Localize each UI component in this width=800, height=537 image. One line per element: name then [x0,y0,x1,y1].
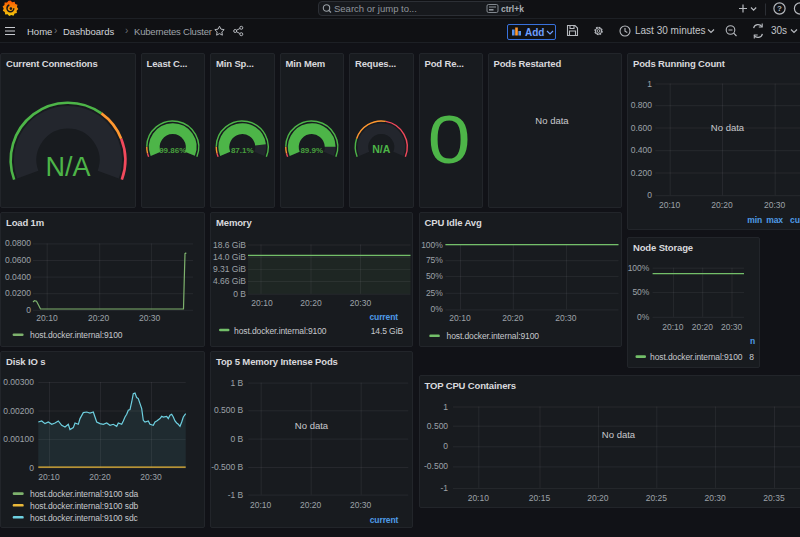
svg-text:20:10: 20:10 [467,493,489,503]
svg-text:0: 0 [647,190,652,200]
svg-text:Add: Add [525,26,544,37]
svg-text:0.00200: 0.00200 [3,405,34,415]
svg-text:0: 0 [443,441,448,451]
svg-text:20:20: 20:20 [587,493,609,503]
svg-text:30s: 30s [771,25,787,36]
svg-text:host.docker.internal:9100 sdc: host.docker.internal:9100 sdc [30,512,139,522]
svg-text:-1 B: -1 B [228,489,244,499]
svg-text:0.600: 0.600 [631,122,653,132]
svg-text:0 B: 0 B [231,433,244,443]
svg-text:0%: 0% [430,304,443,314]
svg-text:20:10: 20:10 [36,313,58,323]
svg-text:0.0200: 0.0200 [5,288,31,298]
svg-text:20:30: 20:30 [764,199,786,209]
svg-text:current: current [370,514,399,524]
svg-text:0.400: 0.400 [631,145,653,155]
svg-text:20:35: 20:35 [763,493,785,503]
svg-text:20:10: 20:10 [449,313,471,323]
svg-text:?: ? [777,4,782,13]
svg-text:20:10: 20:10 [662,322,684,332]
svg-text:20:25: 20:25 [645,493,667,503]
svg-text:0.0800: 0.0800 [5,238,31,248]
svg-text:curre: curre [790,215,800,225]
svg-text:20:20: 20:20 [711,199,733,209]
svg-text:0 B: 0 B [233,289,246,299]
svg-text:14.5 GiB: 14.5 GiB [371,326,404,336]
svg-text:min: min [747,215,762,225]
svg-text:ctrl+k: ctrl+k [501,4,524,14]
svg-text:1: 1 [647,78,652,88]
svg-text:No data: No data [711,121,745,132]
svg-text:0.500 B: 0.500 B [214,405,244,415]
svg-text:20:30: 20:30 [350,298,372,308]
svg-text:-0.500: -0.500 [423,461,447,471]
svg-text:0.00300: 0.00300 [3,377,34,387]
svg-text:20:20: 20:20 [89,471,111,481]
svg-text:Search or jump to...: Search or jump to... [334,3,417,14]
svg-text:4.66 GiB: 4.66 GiB [213,276,246,286]
svg-text:current: current [369,312,398,322]
svg-text:20:30: 20:30 [350,500,372,510]
svg-text:20:30: 20:30 [704,493,726,503]
svg-text:host.docker.internal:9100 sda: host.docker.internal:9100 sda [30,489,139,499]
svg-text:20:10: 20:10 [38,471,60,481]
svg-text:0%: 0% [637,312,650,322]
svg-text:1 B: 1 B [231,377,244,387]
svg-text:0.0400: 0.0400 [5,272,31,282]
svg-text:host.docker.internal:9100: host.docker.internal:9100 [446,331,539,341]
svg-text:1: 1 [443,401,448,411]
svg-text:20:15: 20:15 [528,493,550,503]
svg-text:host.docker.internal:9100: host.docker.internal:9100 [234,326,327,336]
svg-text:20:10: 20:10 [659,199,681,209]
svg-text:20:20: 20:20 [300,298,322,308]
svg-text:-1: -1 [440,482,448,492]
svg-text:host.docker.internal:9100: host.docker.internal:9100 [30,330,123,340]
svg-text:20:30: 20:30 [555,313,577,323]
svg-text:50%: 50% [632,287,649,297]
svg-text:0: 0 [29,462,34,472]
svg-text:0.0600: 0.0600 [5,255,31,265]
svg-text:8: 8 [749,352,754,362]
svg-text:host.docker.internal:9100 sdb: host.docker.internal:9100 sdb [30,500,139,510]
svg-text:0: 0 [26,305,31,315]
svg-text:0.500: 0.500 [426,420,448,430]
svg-text:-0.500 B: -0.500 B [211,462,243,472]
svg-text:max: max [766,215,783,225]
svg-text:20:30: 20:30 [721,322,743,332]
svg-text:100%: 100% [628,263,650,273]
svg-text:18.6 GiB: 18.6 GiB [213,240,246,250]
svg-text:20:10: 20:10 [251,298,273,308]
svg-text:0.00100: 0.00100 [3,434,34,444]
svg-text:0.200: 0.200 [631,167,653,177]
svg-text:20:20: 20:20 [300,500,322,510]
svg-text:100%: 100% [421,240,443,250]
svg-text:50%: 50% [425,271,442,281]
svg-text:Last 30 minutes: Last 30 minutes [635,25,706,36]
svg-text:n: n [750,336,755,346]
svg-text:No data: No data [295,419,329,430]
svg-text:25%: 25% [425,288,442,298]
svg-text:20:20: 20:20 [692,322,714,332]
svg-text:0.800: 0.800 [631,100,653,110]
svg-text:20:30: 20:30 [139,313,161,323]
svg-text:No data: No data [601,429,635,440]
svg-text:20:30: 20:30 [140,471,162,481]
svg-text:host.docker.internal:9100: host.docker.internal:9100 [650,352,743,362]
svg-text:20:20: 20:20 [502,313,524,323]
svg-text:75%: 75% [425,255,442,265]
svg-text:20:20: 20:20 [88,313,110,323]
svg-text:9.31 GiB: 9.31 GiB [213,264,246,274]
svg-text:20:10: 20:10 [250,500,272,510]
svg-text:14.0 GiB: 14.0 GiB [213,252,246,262]
